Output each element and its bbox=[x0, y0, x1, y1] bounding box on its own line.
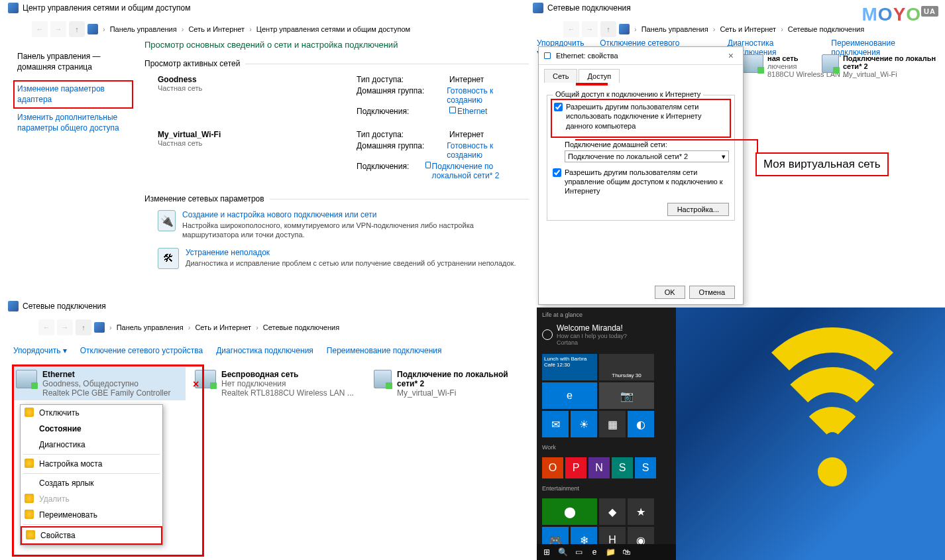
wifi-graphic-icon bbox=[746, 327, 918, 500]
shield-icon bbox=[26, 530, 35, 539]
annotation-arrow bbox=[575, 139, 758, 162]
context-menu: Отключить Состояние Диагностика Настройк… bbox=[20, 404, 163, 545]
allow-sharing-checkbox[interactable] bbox=[554, 103, 563, 111]
tile-office[interactable]: O bbox=[542, 457, 563, 478]
nav-fwd[interactable]: → bbox=[50, 21, 66, 37]
section-active-nets: Просмотр активных сетей bbox=[144, 59, 240, 68]
shield-icon bbox=[25, 408, 34, 417]
tile-edge[interactable]: e bbox=[542, 382, 597, 409]
disable-device[interactable]: Отключение сетевого устройства bbox=[80, 346, 203, 355]
new-connection-icon: 🔌 bbox=[158, 210, 176, 231]
tile-photos[interactable]: 📷 bbox=[599, 382, 654, 409]
network-center-icon bbox=[8, 3, 19, 13]
nav-up[interactable]: ↑ bbox=[600, 21, 616, 37]
lan-link[interactable]: Подключение по локальной сети* 2 bbox=[432, 162, 529, 180]
nav-fwd[interactable]: → bbox=[582, 21, 598, 37]
path-icon bbox=[87, 24, 98, 34]
tile-skype[interactable]: S bbox=[635, 457, 656, 478]
troubleshoot-link[interactable]: Устранение неполадок bbox=[186, 248, 516, 257]
wireless-disabled-icon: × bbox=[195, 370, 216, 388]
start-icon[interactable]: ⊞ bbox=[541, 546, 553, 558]
ctx-shortcut[interactable]: Создать ярлык bbox=[21, 475, 162, 491]
tile-weather[interactable]: ☀ bbox=[571, 411, 597, 437]
taskview-icon[interactable]: ▭ bbox=[573, 546, 584, 558]
ethernet-icon bbox=[425, 162, 431, 168]
nav-up[interactable]: ↑ bbox=[76, 319, 91, 335]
cortana-icon bbox=[542, 329, 553, 340]
ctx-status[interactable]: Состояние bbox=[21, 421, 162, 437]
tile-game[interactable]: ◆ bbox=[599, 498, 626, 525]
net2-type: Частная сеть bbox=[158, 139, 357, 147]
tile-game[interactable]: ★ bbox=[628, 498, 654, 525]
new-connection-link[interactable]: Создание и настройка нового подключения … bbox=[182, 210, 529, 219]
shield-icon bbox=[25, 494, 34, 503]
sidebar-sharing-settings[interactable]: Изменить дополнительные параметры общего… bbox=[17, 113, 133, 133]
net1-name: Goodness bbox=[158, 75, 197, 84]
net1-type: Частная сеть bbox=[158, 84, 357, 92]
organize-menu[interactable]: Упорядочить ▾ bbox=[13, 346, 67, 355]
wireless-icon bbox=[742, 54, 763, 73]
ethernet-icon bbox=[449, 107, 456, 113]
rename[interactable]: Переименование подключения bbox=[327, 346, 442, 355]
close-button[interactable]: × bbox=[724, 50, 738, 61]
ethernet-icon bbox=[544, 52, 551, 59]
conn-ethernet[interactable]: EthernetGoodness, ОбщедоступноRealtek PC… bbox=[13, 367, 186, 400]
edge-icon[interactable]: e bbox=[588, 546, 600, 558]
moyo-logo: MOYOUA bbox=[862, 4, 938, 25]
ctx-rename[interactable]: Переименовать bbox=[21, 507, 162, 523]
homegroup-link[interactable]: Готовность к созданию bbox=[447, 141, 529, 160]
ctx-diagnose[interactable]: Диагностика bbox=[21, 437, 162, 453]
troubleshoot-icon: 🛠 bbox=[158, 248, 179, 269]
crumb[interactable]: Сеть и Интернет bbox=[188, 25, 245, 33]
tab-sharing[interactable]: Доступ bbox=[579, 69, 620, 83]
annotation-label: Моя виртуальная сеть bbox=[755, 152, 889, 176]
lan-icon bbox=[822, 54, 839, 73]
tile-app[interactable]: ◐ bbox=[628, 411, 654, 437]
ctx-disable[interactable]: Отключить bbox=[21, 405, 162, 421]
window-title: Центр управления сетями и общим доступом bbox=[23, 3, 191, 13]
tile-powerpoint[interactable]: P bbox=[565, 457, 586, 478]
allow-control-checkbox[interactable] bbox=[553, 168, 561, 177]
sidebar-home[interactable]: Панель управления — домашняя страница bbox=[17, 52, 133, 72]
nav-back[interactable]: ← bbox=[32, 21, 48, 37]
net2-name: My_virtual_Wi-Fi bbox=[158, 130, 221, 139]
tab-network[interactable]: Сеть bbox=[544, 69, 577, 83]
window-title: Сетевые подключения bbox=[23, 302, 106, 311]
search-icon[interactable]: 🔍 bbox=[557, 546, 569, 558]
section-change: Изменение сетевых параметров bbox=[144, 194, 264, 203]
store-icon[interactable]: 🛍 bbox=[620, 546, 632, 558]
nav-back[interactable]: ← bbox=[38, 319, 54, 335]
win10-start-screenshot: Life at a glance Welcome Miranda! How ca… bbox=[537, 308, 945, 560]
nav-back[interactable]: ← bbox=[563, 21, 579, 37]
nav-fwd[interactable]: → bbox=[57, 319, 73, 335]
conn-lan2[interactable]: Подключение по локальной сети* 2My_virtu… bbox=[371, 367, 517, 400]
crumb[interactable]: Центр управления сетями и общим доступом bbox=[256, 25, 410, 33]
tile-xbox[interactable]: ⬤ bbox=[542, 498, 597, 525]
ctx-properties[interactable]: Свойства bbox=[21, 526, 162, 545]
ethernet-icon bbox=[16, 370, 37, 388]
tile-calendar[interactable]: Lunch with Barbra Café 12:30 bbox=[542, 354, 597, 380]
ctx-delete: Удалить bbox=[21, 491, 162, 507]
tile-date[interactable]: Thursday 30 bbox=[599, 354, 654, 380]
crumb[interactable]: Панель управления bbox=[110, 25, 177, 33]
tile-sway[interactable]: S bbox=[612, 457, 633, 478]
diagnose[interactable]: Диагностика подключения bbox=[216, 346, 313, 355]
cancel-button[interactable]: Отмена bbox=[689, 286, 735, 299]
nav-up[interactable]: ↑ bbox=[69, 21, 85, 37]
settings-button[interactable]: Настройка... bbox=[667, 203, 729, 216]
conn-wireless[interactable]: × Беспроводная сетьНет подключенияRealte… bbox=[192, 367, 364, 400]
homegroup-link[interactable]: Готовность к созданию bbox=[447, 86, 529, 105]
sidebar-adapter-settings[interactable]: Изменение параметров адаптера bbox=[17, 84, 129, 105]
conn-lan2[interactable]: Подключение по локальн сети* 2My_virtual… bbox=[822, 54, 938, 78]
network-conn-icon bbox=[533, 3, 543, 13]
tile-app[interactable]: ▦ bbox=[599, 411, 626, 437]
explorer-icon[interactable]: 📁 bbox=[604, 546, 616, 558]
window-title: Сетевые подключения bbox=[547, 3, 631, 13]
network-conn-icon bbox=[8, 301, 19, 311]
shield-icon bbox=[25, 510, 34, 519]
ethernet-link[interactable]: Ethernet bbox=[457, 107, 487, 116]
tile-onenote[interactable]: N bbox=[588, 457, 610, 478]
ctx-bridge[interactable]: Настройка моста bbox=[21, 456, 162, 472]
ok-button[interactable]: OK bbox=[655, 286, 685, 299]
tile-mail[interactable]: ✉ bbox=[542, 411, 569, 437]
